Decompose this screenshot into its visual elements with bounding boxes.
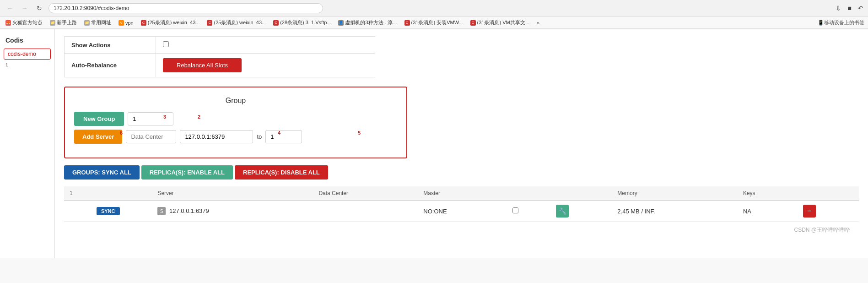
num-badge-3: 3 [163, 114, 166, 120]
table-header-row: 1 Server Data Center Master Memory Keys [64, 186, 859, 201]
num-badge-2: 2 [198, 114, 200, 120]
more-bookmarks-icon[interactable]: » [537, 20, 539, 26]
sidebar-badge: 1 [0, 61, 54, 68]
sync-badge: SYNC [97, 207, 120, 215]
bookmark-vsftp[interactable]: C (28条消息) 3_1.Vsftp... [271, 18, 333, 27]
bookmark-label: 新手上路 [57, 19, 77, 26]
server-type-icon: S [157, 207, 166, 215]
row-sync-badge: SYNC [64, 201, 152, 222]
browser-chrome: ← → ↻ 172.20.10.2:9090/#codis-demo ⇩ ◾ ↶… [0, 0, 868, 29]
server-table-header: 1 Server Data Center Master Memory Keys [64, 186, 859, 201]
rebalance-all-slots-button[interactable]: Rebalance All Slots [163, 58, 242, 72]
server-address-input[interactable] [180, 130, 253, 143]
server-table-body: SYNC S 127.0.0.1:6379 NO:ONE 🔧 2.45 MB /… [64, 201, 859, 222]
bookmark-label: (28条消息) 3_1.Vsftp... [280, 19, 331, 26]
row-data-center [313, 201, 418, 222]
table-row: SYNC S 127.0.0.1:6379 NO:ONE 🔧 2.45 MB /… [64, 201, 859, 222]
row-checkbox-cell [507, 201, 550, 222]
settings-table: Show Actions Auto-Rebalance Rebalance Al… [64, 36, 375, 77]
col-data-center: Data Center [313, 186, 418, 201]
num-badge-5: 5 [358, 130, 361, 136]
forward-button[interactable]: → [19, 3, 30, 14]
auto-rebalance-label: Auto-Rebalance [65, 54, 156, 77]
bookmark-vmshare[interactable]: C (31条消息) VM共享文... [469, 18, 531, 27]
add-server-button[interactable]: Add Server [74, 130, 122, 144]
group-controls-row1: New Group [74, 112, 397, 126]
group-id-input[interactable] [128, 112, 173, 125]
bookmark-label: 虚拟机的3种方法 - 淳... [345, 19, 397, 26]
to-label: to [257, 133, 262, 140]
row-checkbox[interactable] [512, 207, 518, 213]
col-master: Master [418, 186, 507, 201]
server-table: 1 Server Data Center Master Memory Keys … [64, 186, 859, 222]
col-action1 [507, 186, 550, 201]
bookmark-wx2[interactable]: C (25条消息) weixin_43... [205, 18, 268, 27]
groups-sync-all-button[interactable]: GROUPS: SYNC ALL [64, 165, 140, 180]
row-wrench-button[interactable]: 🔧 [556, 205, 569, 218]
action-buttons-row: GROUPS: SYNC ALL REPLICA(S): ENABLE ALL … [64, 165, 859, 180]
browser-actions: ⇩ ◾ ↶ [836, 5, 863, 12]
col-server: Server [152, 186, 313, 201]
to-group-input[interactable] [265, 130, 302, 143]
row-memory: 2.45 MB / INF. [612, 201, 738, 222]
main-content: Show Actions Auto-Rebalance Rebalance Al… [55, 29, 868, 258]
data-center-input[interactable] [126, 130, 176, 143]
sidebar: Codis codis-demo 1 [0, 29, 55, 258]
bookmark-firefox[interactable]: 🦊 火狐官方站点 [4, 18, 44, 27]
bookmark-vmw[interactable]: C (31条消息) 安装VMW... [403, 18, 465, 27]
bookmark-label: 火狐官方站点 [12, 19, 43, 26]
extensions-icon[interactable]: ◾ [846, 5, 853, 12]
col-group: 1 [64, 186, 152, 201]
row-remove-button[interactable]: − [803, 205, 816, 218]
bookmark-vm1[interactable]: 👤 虚拟机的3种方法 - 淳... [336, 18, 399, 27]
refresh-button[interactable]: ↻ [34, 3, 45, 14]
group-box: Group 2 3 4 5 6 New Group Add Server to [64, 87, 407, 158]
sidebar-title: Codis [0, 34, 54, 47]
bookmarks-bar: 🦊 火狐官方站点 📁 新手上路 📁 常用网址 V vpn C (25条消息) w… [0, 17, 868, 29]
num-badge-6: 6 [120, 130, 123, 136]
new-group-button[interactable]: New Group [74, 112, 124, 126]
back-history-icon[interactable]: ↶ [858, 5, 863, 12]
address-bar[interactable]: 172.20.10.2:9090/#codis-demo [49, 3, 323, 13]
col-memory: Memory [612, 186, 738, 201]
row-master: NO:ONE [418, 201, 507, 222]
auto-rebalance-row: Auto-Rebalance Rebalance All Slots [65, 54, 375, 77]
back-button[interactable]: ← [5, 3, 16, 14]
download-icon[interactable]: ⇩ [836, 5, 841, 12]
bookmark-label: vpn [125, 20, 134, 26]
server-address: 127.0.0.1:6379 [169, 207, 209, 214]
app-layout: Codis codis-demo 1 Show Actions Auto-Reb… [0, 29, 868, 258]
group-title: Group [74, 97, 397, 105]
show-actions-label: Show Actions [65, 37, 156, 54]
watermark: CSDN @王哗哗哗哗哗 [64, 222, 859, 239]
col-keys: Keys [738, 186, 798, 201]
bookmark-common[interactable]: 📁 常用网址 [82, 18, 113, 27]
bookmark-newuser[interactable]: 📁 新手上路 [48, 18, 79, 27]
address-text: 172.20.10.2:9090/#codis-demo [54, 5, 318, 11]
bookmark-label: (25条消息) weixin_43... [214, 19, 266, 26]
rebalance-btn-cell: Rebalance All Slots [156, 54, 375, 77]
bookmark-label: (31条消息) VM共享文... [477, 19, 529, 26]
mobile-bookmark-label: 📱移动设备上的书签 [818, 19, 864, 26]
row-wrench-cell: 🔧 [550, 201, 612, 222]
bookmark-label: (25条消息) weixin_43... [148, 19, 200, 26]
replica-disable-all-button[interactable]: REPLICA(S): DISABLE ALL [235, 165, 328, 180]
row-remove-cell: − [798, 201, 859, 222]
browser-toolbar: ← → ↻ 172.20.10.2:9090/#codis-demo ⇩ ◾ ↶ [0, 0, 868, 17]
sidebar-item-codis-demo[interactable]: codis-demo [4, 49, 51, 60]
num-badge-4: 4 [278, 130, 280, 136]
show-actions-checkbox-cell [156, 37, 375, 54]
bookmark-label: (31条消息) 安装VMW... [411, 19, 463, 26]
replica-enable-all-button[interactable]: REPLICA(S): ENABLE ALL [141, 165, 233, 180]
row-keys: NA [738, 201, 798, 222]
show-actions-row: Show Actions [65, 37, 375, 54]
show-actions-checkbox[interactable] [163, 41, 169, 47]
bookmark-vpn[interactable]: V vpn [117, 19, 135, 27]
col-action2 [550, 186, 612, 201]
bookmark-wx1[interactable]: C (25条消息) weixin_43... [139, 18, 202, 27]
col-remove [798, 186, 859, 201]
bookmark-label: 常用网址 [91, 19, 111, 26]
row-server: S 127.0.0.1:6379 [152, 201, 313, 222]
